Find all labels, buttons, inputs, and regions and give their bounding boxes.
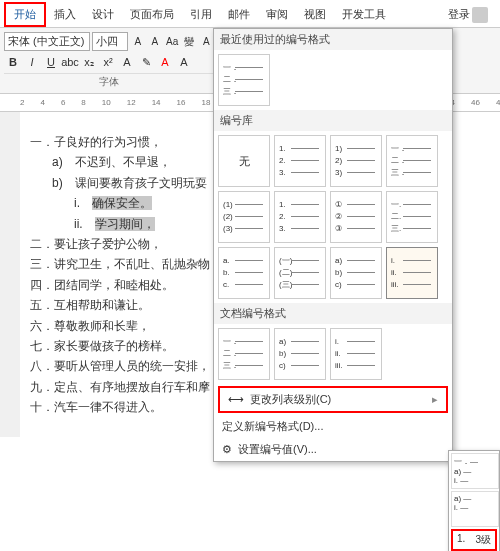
avatar-icon [472, 7, 488, 23]
font-color-icon[interactable]: A [156, 53, 174, 71]
tab-layout[interactable]: 页面布局 [122, 4, 182, 25]
decrease-font-icon[interactable]: A [147, 34, 162, 50]
superscript-button[interactable]: x² [99, 53, 117, 71]
gear-icon: ⚙ [222, 443, 232, 456]
tab-dev[interactable]: 开发工具 [334, 4, 394, 25]
number-format-none[interactable]: 无 [218, 135, 270, 187]
number-format-thumb[interactable]: a.b.c. [218, 247, 270, 299]
number-format-thumb[interactable]: ①②③ [330, 191, 382, 243]
italic-button[interactable]: I [23, 53, 41, 71]
indent-icon: ⟷ [228, 393, 244, 406]
tab-design[interactable]: 设计 [84, 4, 122, 25]
clear-format-icon[interactable]: A [199, 34, 214, 50]
submenu-arrow-icon: ▸ [432, 393, 438, 406]
number-format-thumb[interactable]: a)b)c) [274, 328, 326, 380]
login-label: 登录 [448, 7, 470, 22]
font-size-select[interactable]: 小四 [92, 32, 128, 51]
level-thumb[interactable]: a) —i. — [451, 491, 499, 527]
number-format-thumb[interactable]: (一)(二)(三) [274, 247, 326, 299]
list-item: 九．定点、有序地摆放自行车和摩 [30, 377, 210, 397]
level-indicator[interactable]: 1. 3级 [451, 529, 497, 551]
number-format-thumb[interactable]: 一．二．三． [218, 328, 270, 380]
tab-start[interactable]: 开始 [4, 2, 46, 27]
doc-formats-header: 文档编号格式 [214, 303, 452, 324]
list-item: b) 课间要教育孩子文明玩耍 [30, 173, 210, 193]
number-format-thumb[interactable]: 一． 二． 三． [218, 54, 270, 106]
underline-button[interactable]: U [42, 53, 60, 71]
list-item: ii. 学习期间， [30, 214, 210, 234]
font-name-select[interactable]: 宋体 (中文正文) [4, 32, 90, 51]
list-item: 七．家长要做孩子的榜样。 [30, 336, 210, 356]
list-item: a) 不迟到、不早退， [30, 152, 210, 172]
document-content[interactable]: 一．子良好的行为习惯， a) 不迟到、不早退， b) 课间要教育孩子文明玩耍 i… [20, 112, 220, 437]
recent-header: 最近使用过的编号格式 [214, 29, 452, 50]
number-format-thumb[interactable]: (1)(2)(3) [218, 191, 270, 243]
tab-mail[interactable]: 邮件 [220, 4, 258, 25]
subscript-button[interactable]: x₂ [80, 53, 98, 71]
list-item: 四．团结同学，和睦相处。 [30, 275, 210, 295]
list-item: 五．互相帮助和谦让。 [30, 295, 210, 315]
set-number-value[interactable]: ⚙ 设置编号值(V)... [214, 438, 452, 461]
list-item: 十．汽车一律不得进入。 [30, 397, 210, 417]
tab-bar: 开始 插入 设计 页面布局 引用 邮件 审阅 视图 开发工具 登录 [0, 0, 500, 28]
level-thumb[interactable]: 一．—a) —i. — [451, 453, 499, 489]
login-area[interactable]: 登录 [440, 4, 496, 26]
list-item: i. 确保安全。 [30, 193, 210, 213]
text-effect-icon[interactable]: A [118, 53, 136, 71]
level-submenu: 一．—a) —i. — a) —i. — 1. 3级 [448, 450, 500, 551]
number-format-thumb[interactable]: i.ii.iii. [386, 247, 438, 299]
list-item: 六．尊敬教师和长辈， [30, 316, 210, 336]
library-header: 编号库 [214, 110, 452, 131]
tab-review[interactable]: 审阅 [258, 4, 296, 25]
char-border-icon[interactable]: A [175, 53, 193, 71]
list-item: 一．子良好的行为习惯， [30, 132, 210, 152]
number-format-thumb[interactable]: i.ii.iii. [330, 328, 382, 380]
tab-insert[interactable]: 插入 [46, 4, 84, 25]
highlight-icon[interactable]: ✎ [137, 53, 155, 71]
tab-ref[interactable]: 引用 [182, 4, 220, 25]
number-format-thumb[interactable]: 1)2)3) [330, 135, 382, 187]
pinyin-icon[interactable]: 變 [182, 34, 197, 50]
define-new-format[interactable]: 定义新编号格式(D)... [214, 415, 452, 438]
list-item: 三．讲究卫生，不乱吐、乱抛杂物 [30, 254, 210, 274]
number-format-thumb[interactable]: 一.二.三. [386, 191, 438, 243]
number-format-thumb[interactable]: 一．二．三． [386, 135, 438, 187]
strike-button[interactable]: abc [61, 53, 79, 71]
bold-button[interactable]: B [4, 53, 22, 71]
numbering-dropdown: 最近使用过的编号格式 一． 二． 三． 编号库 无 1.2.3. 1)2)3) … [213, 28, 453, 462]
number-format-thumb[interactable]: a)b)c) [330, 247, 382, 299]
list-item: 八．要听从管理人员的统一安排， [30, 356, 210, 376]
phonetic-icon[interactable]: Aa [165, 34, 180, 50]
font-group-label: 字体 [4, 73, 214, 89]
tab-view[interactable]: 视图 [296, 4, 334, 25]
increase-font-icon[interactable]: A [130, 34, 145, 50]
number-format-thumb[interactable]: 1.2.3. [274, 191, 326, 243]
change-list-level[interactable]: ⟷ 更改列表级别(C) ▸ [218, 386, 448, 413]
list-item: 二．要让孩子爱护公物， [30, 234, 210, 254]
number-format-thumb[interactable]: 1.2.3. [274, 135, 326, 187]
